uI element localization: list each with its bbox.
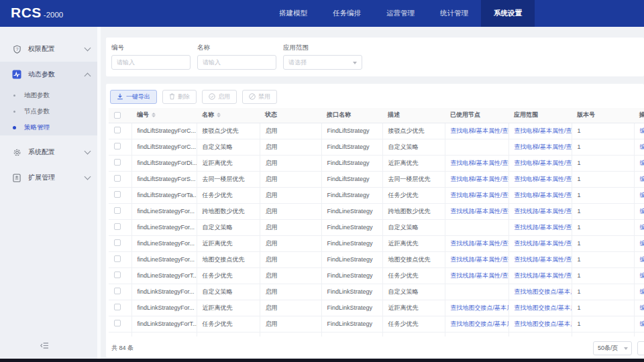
- cell-empty: [508, 332, 572, 337]
- checkbox-cell: [109, 123, 131, 139]
- top-nav-item[interactable]: 系统设置: [481, 0, 535, 27]
- cell-scope[interactable]: 查找电梯/基本属性/查找: [508, 139, 572, 155]
- row-checkbox[interactable]: [114, 127, 121, 133]
- extension-icon: [12, 173, 21, 182]
- cell-status: 启用: [260, 219, 321, 235]
- cell-scope[interactable]: 查找线路/基本属性/查找: [508, 251, 572, 267]
- cell-action[interactable]: 编辑: [634, 187, 644, 203]
- prev-page-button[interactable]: ‹: [637, 341, 644, 355]
- checkbox-cell: [109, 251, 131, 267]
- cell-scope[interactable]: 查找地图交接点/基本属性: [508, 300, 572, 316]
- cell-scope[interactable]: 查找线路/基本属性/查找: [508, 203, 572, 219]
- cell-nodes[interactable]: 查找线路/基本属性/查找: [445, 235, 508, 251]
- filter-input[interactable]: [111, 55, 191, 70]
- checkbox-cell: [109, 284, 131, 300]
- cell-action[interactable]: 编辑: [634, 219, 644, 235]
- sidebar-item-label: 动态参数: [28, 70, 85, 79]
- row-checkbox[interactable]: [114, 143, 121, 149]
- sidebar-subitem[interactable]: 地图参数: [0, 87, 101, 103]
- cell-status: 启用: [260, 251, 321, 267]
- cell-nodes[interactable]: 查找电梯/基本属性/查找: [445, 155, 508, 171]
- sidebar-subitem[interactable]: 策略管理: [0, 119, 101, 135]
- column-label: 版本号: [577, 111, 595, 119]
- sidebar-item-label: 系统配置: [28, 147, 85, 157]
- button-label: 删除: [178, 93, 190, 101]
- cell-interface: FindLineStrategy: [321, 219, 382, 235]
- cell-action[interactable]: 编辑: [634, 139, 644, 155]
- cell-action[interactable]: 编辑: [634, 316, 644, 332]
- cell-action[interactable]: 编辑: [634, 284, 644, 300]
- row-checkbox[interactable]: [114, 223, 121, 230]
- cell-action[interactable]: 编辑: [634, 171, 644, 187]
- checkbox-cell: [109, 267, 131, 284]
- top-nav-item[interactable]: 任务编排: [320, 0, 374, 27]
- table-row: findLiftStrategyForS...去同一楼层优先启用FindLift…: [109, 171, 644, 187]
- row-checkbox[interactable]: [114, 159, 121, 166]
- cell-nodes[interactable]: 查找地图交接点/基本属性: [445, 316, 508, 332]
- row-checkbox[interactable]: [114, 175, 121, 182]
- cell-nodes[interactable]: 查找线路/基本属性/查找: [445, 267, 508, 284]
- cell-action[interactable]: 编辑: [634, 203, 644, 219]
- sidebar-item[interactable]: 系统配置: [0, 139, 101, 165]
- sidebar-item[interactable]: 动态参数: [0, 62, 101, 87]
- cell-scope[interactable]: 查找电梯/基本属性/查找: [508, 123, 572, 139]
- row-checkbox[interactable]: [114, 304, 121, 310]
- filter-select[interactable]: 请选择: [283, 55, 362, 70]
- cell-nodes[interactable]: 查找电梯/基本属性/查找: [445, 171, 508, 187]
- enable-button[interactable]: 启用: [202, 90, 237, 104]
- cell-nodes[interactable]: 查找电梯/基本属性/查找: [445, 123, 508, 139]
- sidebar-item[interactable]: 扩展管理: [0, 165, 101, 190]
- delete-button[interactable]: 删除: [162, 90, 197, 104]
- cell-desc: 去同一楼层优先: [382, 171, 445, 187]
- cell-scope[interactable]: 查找电梯/基本属性/查找: [508, 187, 572, 203]
- cell-scope[interactable]: 查找线路/基本属性/查找: [508, 267, 572, 284]
- row-checkbox[interactable]: [114, 272, 121, 278]
- top-nav-item[interactable]: 统计管理: [427, 0, 481, 27]
- cell-action[interactable]: 编辑: [634, 267, 644, 284]
- cell-action[interactable]: 编辑: [634, 123, 644, 139]
- cell-nodes[interactable]: 查找线路/基本属性/查找: [445, 203, 508, 219]
- cell-action[interactable]: 编辑: [634, 251, 644, 267]
- cell-action[interactable]: 编辑: [634, 155, 644, 171]
- row-checkbox[interactable]: [114, 191, 121, 198]
- cell-scope[interactable]: 查找地图交接点/基本属性: [508, 284, 572, 300]
- filter-input[interactable]: [197, 55, 276, 70]
- page-size-select[interactable]: 50条/页: [593, 341, 632, 355]
- sidebar-submenu: 地图参数节点参数策略管理: [0, 87, 101, 135]
- row-checkbox[interactable]: [114, 288, 121, 294]
- table-row: findLiftStrategyForC...自定义策略启用FindLiftSt…: [109, 139, 644, 155]
- sidebar-subitem[interactable]: 节点参数: [0, 103, 101, 119]
- row-checkbox[interactable]: [114, 207, 121, 214]
- sort-icon[interactable]: [152, 113, 156, 117]
- cell-scope[interactable]: 查找线路/基本属性/查找: [508, 219, 572, 235]
- checkbox-cell: [109, 219, 131, 235]
- cell-version: 1: [572, 316, 634, 332]
- cell-scope[interactable]: 查找电梯/基本属性/查找: [508, 171, 572, 187]
- disable-button[interactable]: 禁用: [242, 90, 277, 104]
- cell-desc: 任务少优先: [382, 316, 445, 332]
- cell-nodes[interactable]: 查找电梯/基本属性/查找: [445, 187, 508, 203]
- row-checkbox[interactable]: [114, 239, 121, 246]
- row-checkbox[interactable]: [114, 255, 121, 262]
- cell-desc: 自定义策略: [382, 139, 445, 155]
- cell-scope[interactable]: 查找地图交接点/基本属性: [508, 316, 572, 332]
- sidebar-collapse-icon[interactable]: [40, 340, 49, 352]
- sidebar-group: 系统配置: [0, 139, 101, 165]
- cell-scope[interactable]: 查找电梯/基本属性/查找: [508, 155, 572, 171]
- select-all-checkbox[interactable]: [114, 112, 121, 119]
- cell-scope[interactable]: 查找线路/基本属性/查找: [508, 235, 572, 251]
- export-button[interactable]: 一键导出: [110, 90, 157, 104]
- cell-nodes[interactable]: 查找地图交接点/基本属性: [445, 300, 508, 316]
- cell-name: 自定义策略: [197, 139, 260, 155]
- check-circle-icon: [209, 93, 215, 100]
- cell-action[interactable]: 编辑: [634, 300, 644, 316]
- row-checkbox[interactable]: [114, 320, 121, 326]
- cell-nodes[interactable]: 查找线路/基本属性/查找: [445, 251, 508, 267]
- top-nav-item[interactable]: 搭建模型: [266, 0, 320, 27]
- cell-name: 自定义策略: [197, 219, 260, 235]
- sort-icon[interactable]: [217, 113, 221, 117]
- svg-text:?: ?: [15, 46, 18, 51]
- sidebar-item[interactable]: ?权限配置: [0, 36, 101, 62]
- top-nav-item[interactable]: 运营管理: [374, 0, 427, 27]
- cell-action[interactable]: 编辑: [634, 235, 644, 251]
